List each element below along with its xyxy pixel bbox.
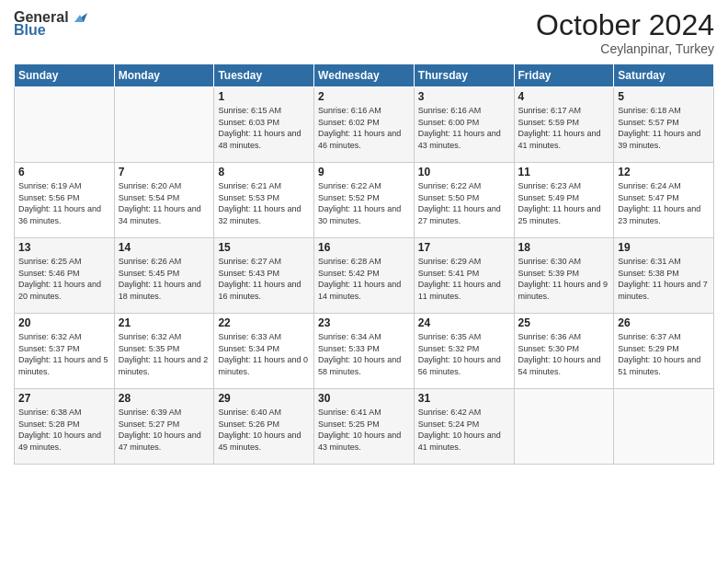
day-number-1: 1	[218, 90, 310, 103]
day-info-2: Sunrise: 6:16 AM Sunset: 6:02 PM Dayligh…	[318, 105, 410, 151]
calendar-cell-5-7	[614, 389, 714, 465]
day-number-12: 12	[618, 166, 710, 178]
week-row-2: 6Sunrise: 6:19 AM Sunset: 5:56 PM Daylig…	[15, 163, 714, 238]
day-number-19: 19	[618, 241, 710, 254]
day-info-24: Sunrise: 6:35 AM Sunset: 5:32 PM Dayligh…	[418, 331, 510, 377]
day-number-13: 13	[18, 241, 110, 254]
calendar-cell-1-1	[15, 87, 115, 163]
day-info-21: Sunrise: 6:32 AM Sunset: 5:35 PM Dayligh…	[119, 331, 210, 377]
day-info-18: Sunrise: 6:30 AM Sunset: 5:39 PM Dayligh…	[518, 256, 610, 302]
day-number-18: 18	[518, 241, 610, 254]
header-monday: Monday	[114, 64, 214, 87]
day-info-10: Sunrise: 6:22 AM Sunset: 5:50 PM Dayligh…	[418, 180, 510, 226]
calendar-cell-1-3: 1Sunrise: 6:15 AM Sunset: 6:03 PM Daylig…	[214, 87, 314, 163]
calendar-cell-5-3: 29Sunrise: 6:40 AM Sunset: 5:26 PM Dayli…	[214, 389, 314, 465]
calendar-cell-3-1: 13Sunrise: 6:25 AM Sunset: 5:46 PM Dayli…	[15, 238, 115, 314]
day-info-8: Sunrise: 6:21 AM Sunset: 5:53 PM Dayligh…	[218, 180, 310, 226]
day-number-29: 29	[218, 392, 310, 405]
day-info-1: Sunrise: 6:15 AM Sunset: 6:03 PM Dayligh…	[218, 105, 310, 151]
calendar-cell-5-6	[514, 389, 614, 465]
calendar-cell-2-7: 12Sunrise: 6:24 AM Sunset: 5:47 PM Dayli…	[614, 163, 714, 238]
day-info-26: Sunrise: 6:37 AM Sunset: 5:29 PM Dayligh…	[618, 331, 710, 377]
day-info-6: Sunrise: 6:19 AM Sunset: 5:56 PM Dayligh…	[18, 180, 110, 226]
day-number-4: 4	[518, 90, 610, 103]
day-number-14: 14	[119, 241, 210, 254]
day-info-27: Sunrise: 6:38 AM Sunset: 5:28 PM Dayligh…	[18, 407, 110, 453]
header: General Blue October 2024 Ceylanpinar, T…	[14, 9, 714, 56]
logo: General Blue	[14, 9, 91, 39]
calendar-cell-4-4: 23Sunrise: 6:34 AM Sunset: 5:33 PM Dayli…	[314, 314, 415, 389]
day-number-9: 9	[318, 166, 410, 178]
day-number-15: 15	[218, 241, 310, 254]
day-info-19: Sunrise: 6:31 AM Sunset: 5:38 PM Dayligh…	[618, 256, 710, 302]
day-number-10: 10	[418, 166, 510, 178]
calendar-cell-4-7: 26Sunrise: 6:37 AM Sunset: 5:29 PM Dayli…	[614, 314, 714, 389]
day-info-15: Sunrise: 6:27 AM Sunset: 5:43 PM Dayligh…	[218, 256, 310, 302]
calendar-cell-4-5: 24Sunrise: 6:35 AM Sunset: 5:32 PM Dayli…	[414, 314, 514, 389]
day-number-30: 30	[318, 392, 410, 405]
week-row-1: 1Sunrise: 6:15 AM Sunset: 6:03 PM Daylig…	[15, 87, 714, 163]
day-info-22: Sunrise: 6:33 AM Sunset: 5:34 PM Dayligh…	[218, 331, 310, 377]
day-number-31: 31	[418, 392, 510, 405]
day-number-28: 28	[119, 392, 210, 405]
month-title: October 2024	[536, 9, 714, 41]
day-number-26: 26	[618, 316, 710, 329]
header-saturday: Saturday	[614, 64, 714, 87]
calendar-cell-4-6: 25Sunrise: 6:36 AM Sunset: 5:30 PM Dayli…	[514, 314, 614, 389]
calendar-cell-3-6: 18Sunrise: 6:30 AM Sunset: 5:39 PM Dayli…	[514, 238, 614, 314]
calendar-cell-1-4: 2Sunrise: 6:16 AM Sunset: 6:02 PM Daylig…	[314, 87, 415, 163]
day-info-17: Sunrise: 6:29 AM Sunset: 5:41 PM Dayligh…	[418, 256, 510, 302]
day-info-13: Sunrise: 6:25 AM Sunset: 5:46 PM Dayligh…	[18, 256, 110, 302]
week-row-5: 27Sunrise: 6:38 AM Sunset: 5:28 PM Dayli…	[15, 389, 714, 465]
day-number-20: 20	[18, 316, 110, 329]
day-number-27: 27	[18, 392, 110, 405]
calendar-cell-1-6: 4Sunrise: 6:17 AM Sunset: 5:59 PM Daylig…	[514, 87, 614, 163]
location-subtitle: Ceylanpinar, Turkey	[536, 41, 714, 56]
calendar-cell-4-1: 20Sunrise: 6:32 AM Sunset: 5:37 PM Dayli…	[15, 314, 115, 389]
day-info-31: Sunrise: 6:42 AM Sunset: 5:24 PM Dayligh…	[418, 407, 510, 453]
day-number-17: 17	[418, 241, 510, 254]
calendar-cell-2-5: 10Sunrise: 6:22 AM Sunset: 5:50 PM Dayli…	[414, 163, 514, 238]
page: General Blue October 2024 Ceylanpinar, T…	[0, 0, 728, 563]
day-info-30: Sunrise: 6:41 AM Sunset: 5:25 PM Dayligh…	[318, 407, 410, 453]
day-info-14: Sunrise: 6:26 AM Sunset: 5:45 PM Dayligh…	[119, 256, 210, 302]
day-number-16: 16	[318, 241, 410, 254]
logo-blue-text: Blue	[14, 22, 46, 39]
day-info-12: Sunrise: 6:24 AM Sunset: 5:47 PM Dayligh…	[618, 180, 710, 226]
calendar-cell-2-4: 9Sunrise: 6:22 AM Sunset: 5:52 PM Daylig…	[314, 163, 415, 238]
calendar-cell-2-2: 7Sunrise: 6:20 AM Sunset: 5:54 PM Daylig…	[114, 163, 214, 238]
day-number-3: 3	[418, 90, 510, 103]
day-number-21: 21	[119, 316, 210, 329]
day-info-16: Sunrise: 6:28 AM Sunset: 5:42 PM Dayligh…	[318, 256, 410, 302]
calendar: Sunday Monday Tuesday Wednesday Thursday…	[14, 63, 714, 465]
day-info-25: Sunrise: 6:36 AM Sunset: 5:30 PM Dayligh…	[518, 331, 610, 377]
calendar-cell-3-7: 19Sunrise: 6:31 AM Sunset: 5:38 PM Dayli…	[614, 238, 714, 314]
day-info-11: Sunrise: 6:23 AM Sunset: 5:49 PM Dayligh…	[518, 180, 610, 226]
day-number-2: 2	[318, 90, 410, 103]
calendar-cell-2-1: 6Sunrise: 6:19 AM Sunset: 5:56 PM Daylig…	[15, 163, 115, 238]
calendar-cell-4-3: 22Sunrise: 6:33 AM Sunset: 5:34 PM Dayli…	[214, 314, 314, 389]
day-info-28: Sunrise: 6:39 AM Sunset: 5:27 PM Dayligh…	[119, 407, 210, 453]
calendar-cell-4-2: 21Sunrise: 6:32 AM Sunset: 5:35 PM Dayli…	[114, 314, 214, 389]
logo-icon	[71, 6, 91, 26]
day-number-8: 8	[218, 166, 310, 178]
calendar-cell-5-4: 30Sunrise: 6:41 AM Sunset: 5:25 PM Dayli…	[314, 389, 415, 465]
day-number-6: 6	[18, 166, 110, 178]
header-tuesday: Tuesday	[214, 64, 314, 87]
day-number-24: 24	[418, 316, 510, 329]
calendar-cell-3-5: 17Sunrise: 6:29 AM Sunset: 5:41 PM Dayli…	[414, 238, 514, 314]
week-row-4: 20Sunrise: 6:32 AM Sunset: 5:37 PM Dayli…	[15, 314, 714, 389]
day-info-9: Sunrise: 6:22 AM Sunset: 5:52 PM Dayligh…	[318, 180, 410, 226]
day-info-4: Sunrise: 6:17 AM Sunset: 5:59 PM Dayligh…	[518, 105, 610, 151]
calendar-cell-3-4: 16Sunrise: 6:28 AM Sunset: 5:42 PM Dayli…	[314, 238, 415, 314]
day-info-7: Sunrise: 6:20 AM Sunset: 5:54 PM Dayligh…	[119, 180, 210, 226]
day-number-25: 25	[518, 316, 610, 329]
day-info-29: Sunrise: 6:40 AM Sunset: 5:26 PM Dayligh…	[218, 407, 310, 453]
calendar-cell-1-2	[114, 87, 214, 163]
calendar-cell-1-5: 3Sunrise: 6:16 AM Sunset: 6:00 PM Daylig…	[414, 87, 514, 163]
calendar-cell-5-5: 31Sunrise: 6:42 AM Sunset: 5:24 PM Dayli…	[414, 389, 514, 465]
day-number-22: 22	[218, 316, 310, 329]
title-block: October 2024 Ceylanpinar, Turkey	[536, 9, 714, 56]
day-number-23: 23	[318, 316, 410, 329]
week-row-3: 13Sunrise: 6:25 AM Sunset: 5:46 PM Dayli…	[15, 238, 714, 314]
